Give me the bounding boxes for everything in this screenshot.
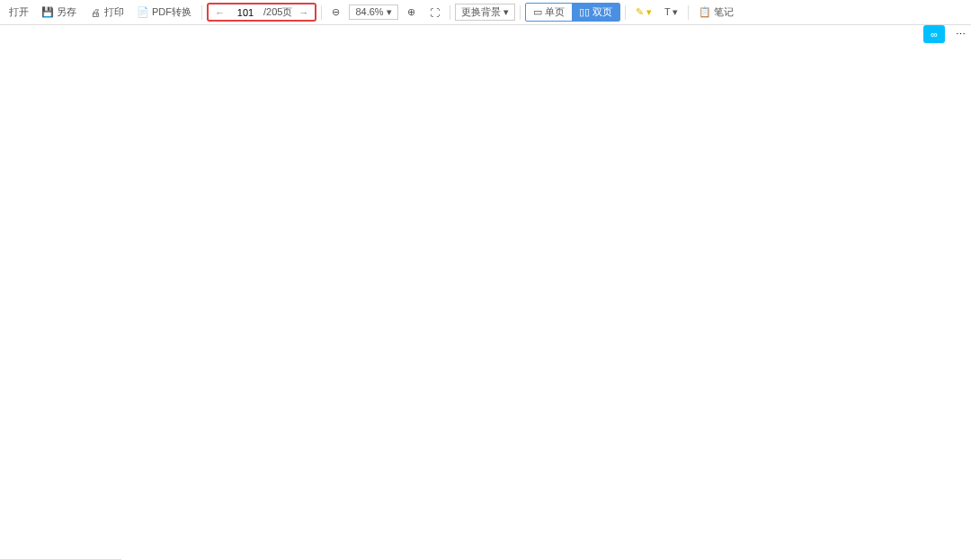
highlight-button[interactable]: ✎ ▾ (630, 4, 657, 21)
save-as-button[interactable]: 💾另存 (36, 3, 82, 22)
double-page-button[interactable]: ▯▯ 双页 (572, 4, 619, 21)
pdf-icon: 📄 (137, 6, 149, 19)
zoom-out-button[interactable]: ⊖ (326, 4, 345, 21)
page-navigation: ← /205页 → (207, 3, 316, 22)
next-page-button[interactable]: → (296, 7, 311, 18)
view-mode-toggle: ▭ 单页 ▯▯ 双页 (525, 3, 620, 22)
menu-button[interactable]: ⋯ (950, 26, 971, 43)
background-select[interactable]: 更换背景 ▾ (455, 4, 515, 21)
fit-width-button[interactable]: ⛶ (424, 4, 445, 21)
text-tool-button[interactable]: T ▾ (659, 4, 684, 21)
print-icon: 🖨 (89, 6, 102, 19)
prev-page-button[interactable]: ← (212, 7, 227, 18)
zoom-in-button[interactable]: ⊕ (402, 4, 421, 21)
page-total: /205页 (263, 5, 292, 19)
page-input[interactable] (231, 7, 260, 18)
print-button[interactable]: 🖨打印 (84, 3, 129, 22)
zoom-value[interactable]: 84.6% ▾ (349, 4, 397, 20)
save-icon: 💾 (41, 6, 54, 19)
notes-button[interactable]: 📋 笔记 (693, 3, 739, 22)
open-button[interactable]: 打开 (4, 3, 34, 22)
toolbar: 打开 💾另存 🖨打印 📄PDF转换 ← /205页 → ⊖ 84.6% ▾ ⊕ … (0, 0, 971, 25)
pdf-convert-button[interactable]: 📄PDF转换 (131, 3, 197, 22)
single-page-button[interactable]: ▭ 单页 (526, 4, 572, 21)
cloud-button[interactable]: ∞ (923, 25, 945, 43)
